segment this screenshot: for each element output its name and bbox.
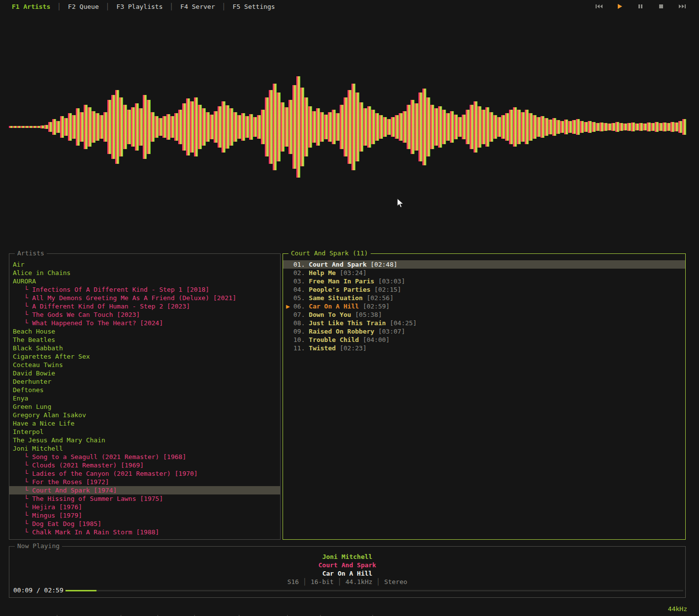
tree-branch-glyph: └ bbox=[13, 311, 32, 318]
track-list: 01. Court And Spark [02:48] 02. Help Me … bbox=[283, 254, 685, 352]
artist-row[interactable]: Air bbox=[9, 260, 280, 269]
track-title: Down To You bbox=[309, 311, 351, 318]
format-part: Stereo bbox=[384, 578, 407, 585]
album-row[interactable]: └ For the Roses [1972] bbox=[9, 478, 280, 486]
tree-branch-glyph: └ bbox=[13, 470, 32, 477]
track-title: Twisted bbox=[309, 344, 336, 352]
artist-row[interactable]: Gregory Alan Isakov bbox=[9, 411, 280, 419]
format-separator: │ bbox=[303, 578, 307, 585]
track-number: 05. bbox=[293, 294, 309, 302]
tree-branch-glyph: └ bbox=[13, 453, 32, 461]
artist-row[interactable]: Interpol bbox=[9, 428, 280, 436]
track-number: 03. bbox=[293, 277, 309, 285]
track-duration: [02:56] bbox=[363, 294, 394, 302]
album-label: Chalk Mark In A Rain Storm [1988] bbox=[32, 528, 159, 536]
tree-branch-glyph: └ bbox=[13, 294, 32, 302]
album-row[interactable]: └ The Gods We Can Touch [2023] bbox=[9, 310, 280, 319]
track-row[interactable]: 11. Twisted [02:23] bbox=[283, 344, 685, 352]
album-row[interactable]: └ Song to a Seagull (2021 Remaster) [196… bbox=[9, 453, 280, 461]
album-label: For the Roses [1972] bbox=[32, 478, 109, 486]
artist-row[interactable]: David Bowie bbox=[9, 369, 280, 377]
track-row[interactable]: 04. People's Parties [02:15] bbox=[283, 285, 685, 294]
artist-row[interactable]: Black Sabbath bbox=[9, 344, 280, 352]
track-number: 09. bbox=[293, 328, 309, 335]
track-title: Trouble Child bbox=[309, 336, 359, 343]
album-label: Dog Eat Dog [1985] bbox=[32, 520, 101, 527]
artists-panel-title: Artists bbox=[15, 249, 47, 257]
waveform-visualization bbox=[0, 0, 699, 252]
artist-row[interactable]: Alice in Chains bbox=[9, 269, 280, 277]
artist-row[interactable]: Cocteau Twins bbox=[9, 361, 280, 369]
track-number: 07. bbox=[293, 311, 309, 318]
playing-indicator-empty bbox=[286, 327, 293, 336]
artist-row[interactable]: Cigarettes After Sex bbox=[9, 352, 280, 361]
album-row-selected[interactable]: └ Court And Spark [1974] bbox=[9, 486, 280, 494]
album-label: Hejira [1976] bbox=[32, 503, 82, 511]
album-label: A Different Kind Of Human - Step 2 [2023… bbox=[32, 303, 190, 310]
tree-branch-glyph: └ bbox=[13, 495, 32, 502]
track-duration: [03:03] bbox=[374, 277, 405, 285]
tree-branch-glyph: └ bbox=[13, 520, 32, 527]
album-row[interactable]: └ All My Demons Greeting Me As A Friend … bbox=[9, 294, 280, 302]
progress-bar-fill bbox=[65, 590, 96, 591]
artist-row[interactable]: The Jesus And Mary Chain bbox=[9, 436, 280, 444]
format-separator: │ bbox=[338, 578, 342, 585]
artist-row[interactable]: Beach House bbox=[9, 327, 280, 336]
album-row[interactable]: └ Infections Of A Different Kind - Step … bbox=[9, 285, 280, 294]
artist-row[interactable]: Deerhunter bbox=[9, 377, 280, 386]
artist-row[interactable]: Enya bbox=[9, 394, 280, 402]
album-row[interactable]: └ Ladies of the Canyon (2021 Remaster) [… bbox=[9, 469, 280, 478]
track-duration: [02:59] bbox=[359, 303, 390, 310]
album-row[interactable]: └ Dog Eat Dog [1985] bbox=[9, 520, 280, 528]
track-title: People's Parties bbox=[309, 286, 370, 293]
audio-format-info: S16│16-bit│44.1kHz│Stereo bbox=[9, 578, 685, 586]
track-row[interactable]: 05. Same Situation [02:56] bbox=[283, 294, 685, 302]
album-row[interactable]: └ Hejira [1976] bbox=[9, 503, 280, 511]
track-title: Raised On Robbery bbox=[309, 328, 374, 335]
tree-branch-glyph: └ bbox=[13, 503, 32, 511]
album-panel: Court And Spark (11) 01. Court And Spark… bbox=[283, 253, 686, 540]
album-row[interactable]: └ Mingus [1979] bbox=[9, 511, 280, 520]
track-row[interactable]: 03. Free Man In Paris [03:03] bbox=[283, 277, 685, 285]
track-number: 02. bbox=[293, 269, 309, 277]
album-row[interactable]: └ Chalk Mark In A Rain Storm [1988] bbox=[9, 528, 280, 536]
artist-row[interactable]: The Beatles bbox=[9, 336, 280, 344]
progress-row: 00:09 / 02:59 bbox=[9, 586, 685, 594]
format-part: 16-bit bbox=[311, 578, 334, 585]
album-row[interactable]: └ What Happened To The Heart? [2024] bbox=[9, 319, 280, 327]
album-row[interactable]: └ A Different Kind Of Human - Step 2 [20… bbox=[9, 302, 280, 310]
track-title: Car On A Hill bbox=[309, 303, 359, 310]
track-row-playing[interactable]: ▶06. Car On A Hill [02:59] bbox=[283, 302, 685, 310]
album-label: Ladies of the Canyon (2021 Remaster) [19… bbox=[32, 470, 198, 477]
artist-row[interactable]: Deftones bbox=[9, 386, 280, 394]
track-number: 10. bbox=[293, 336, 309, 343]
progress-bar[interactable] bbox=[65, 590, 683, 591]
artist-row[interactable]: Have a Nice Life bbox=[9, 419, 280, 428]
track-row-selected[interactable]: 01. Court And Spark [02:48] bbox=[283, 260, 685, 269]
track-duration: [05:38] bbox=[351, 311, 382, 318]
now-playing-album: Court And Spark bbox=[9, 561, 685, 569]
album-row[interactable]: └ Clouds (2021 Remaster) [1969] bbox=[9, 461, 280, 469]
track-row[interactable]: 07. Down To You [05:38] bbox=[283, 310, 685, 319]
track-row[interactable]: 02. Help Me [03:24] bbox=[283, 269, 685, 277]
album-label: Song to a Seagull (2021 Remaster) [1968] bbox=[32, 453, 186, 461]
track-row[interactable]: 10. Trouble Child [04:00] bbox=[283, 336, 685, 344]
artist-row[interactable]: Joni Mitchell bbox=[9, 444, 280, 453]
album-label: All My Demons Greeting Me As A Friend (D… bbox=[32, 294, 236, 302]
track-duration: [02:48] bbox=[367, 261, 398, 268]
track-row[interactable]: 08. Just Like This Train [04:25] bbox=[283, 319, 685, 327]
track-duration: [04:25] bbox=[386, 319, 417, 327]
track-title: Same Situation bbox=[309, 294, 363, 302]
track-number: 11. bbox=[293, 344, 309, 352]
album-row[interactable]: └ The Hissing of Summer Lawns [1975] bbox=[9, 494, 280, 503]
album-label: Court And Spark [1974] bbox=[32, 487, 117, 494]
tree-branch-glyph: └ bbox=[13, 528, 32, 536]
tree-branch-glyph: └ bbox=[13, 286, 32, 293]
artist-row[interactable]: Green Lung bbox=[9, 402, 280, 411]
track-row[interactable]: 09. Raised On Robbery [03:07] bbox=[283, 327, 685, 336]
artist-row[interactable]: AURORA bbox=[9, 277, 280, 285]
tree-branch-glyph: └ bbox=[13, 462, 32, 469]
playing-indicator-empty bbox=[286, 310, 293, 319]
track-duration: [02:23] bbox=[336, 344, 367, 352]
sample-rate-indicator: 44kHz bbox=[668, 604, 687, 614]
